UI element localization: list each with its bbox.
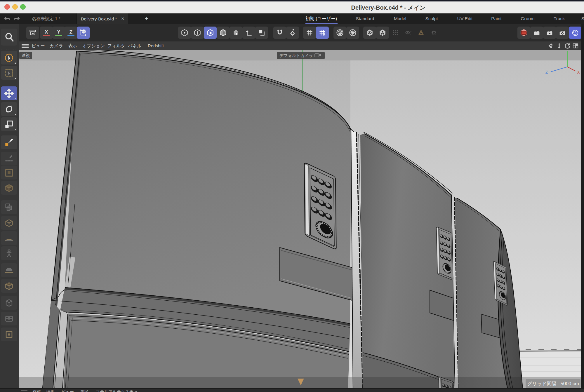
volume-mode-button[interactable] [217, 27, 230, 39]
points-mode-button[interactable] [178, 27, 191, 39]
toggle-grid-button[interactable] [303, 27, 316, 39]
render-settings-button[interactable] [346, 27, 359, 39]
doc-tab-untitled-label: 名称未設定 1 * [32, 16, 60, 22]
undo-icon[interactable] [4, 15, 12, 22]
layout-tab-default-user[interactable]: 初期 (ユーザー) [305, 13, 337, 24]
layout-tab-sculpt[interactable]: Sculpt [425, 13, 438, 24]
enable-snap-button[interactable] [273, 27, 286, 39]
lock-workplane-button[interactable] [316, 27, 329, 39]
titlebar: Delivery-Box.c4d * - メイン [0, 0, 584, 13]
axis-modification-mode-button[interactable] [242, 27, 255, 39]
rotate-tool[interactable] [1, 102, 17, 116]
menu-display[interactable]: 表示 [68, 41, 77, 50]
pan-view-icon[interactable] [548, 43, 555, 49]
render-settings-alt-button[interactable] [556, 27, 569, 39]
bottom-menu-view[interactable]: ビュー [61, 389, 74, 392]
menu-filter[interactable]: フィルタ [107, 41, 125, 50]
rectangle-selection-tool[interactable] [1, 66, 17, 80]
content-browser-button[interactable] [26, 27, 39, 39]
close-tab-icon[interactable]: ✕ [121, 16, 124, 21]
drawer-box-tool[interactable] [1, 312, 17, 325]
viewport-canvas[interactable]: 透視 デフォルトカメラ グリッド間隔 : 5000 cm Y Z X [19, 50, 581, 388]
z-axis-underline [67, 35, 74, 36]
layout-tab-paint[interactable]: Paint [491, 13, 501, 24]
texture-mode-button[interactable] [255, 27, 268, 39]
menu-options[interactable]: オプション [82, 41, 105, 50]
gift-box-tool[interactable] [1, 279, 17, 293]
zoom-window-button[interactable] [20, 4, 26, 10]
render-to-picture-viewer-button[interactable] [530, 27, 543, 39]
live-selection-tool[interactable] [1, 51, 17, 65]
bottom-hamburger-icon[interactable] [21, 391, 27, 392]
filter-settings-icon[interactable] [427, 27, 440, 39]
redo-icon[interactable] [13, 15, 21, 22]
view-label-badge[interactable]: 透視 [19, 52, 32, 59]
active-layout-underline [305, 23, 338, 24]
dolly-view-icon[interactable] [556, 43, 563, 49]
viewport-menu-bar: ビュー カメラ 表示 オプション フィルタ パネル Redshift [19, 41, 581, 50]
layout-tab-groom[interactable]: Groom [521, 13, 534, 24]
redshift-renderview-button[interactable] [569, 27, 582, 39]
joint-character-tool[interactable] [1, 246, 17, 260]
bottom-menu-edit[interactable]: 編集 [46, 389, 54, 392]
gizmo-z-label: Z [545, 70, 548, 74]
menu-view[interactable]: ビュー [32, 41, 45, 50]
cube-variant-tool[interactable] [1, 216, 17, 230]
doc-tab-delivery-box[interactable]: Delivery-Box.c4d * ✕ [77, 13, 129, 24]
lock-y-axis-button[interactable]: Y [52, 27, 65, 39]
model-mode-button[interactable] [230, 27, 242, 39]
view-label: 透視 [22, 53, 30, 58]
cube-outline-tool[interactable] [1, 296, 17, 310]
cube-stack-tool[interactable] [1, 200, 17, 214]
lock-z-axis-button[interactable]: Z [65, 27, 77, 39]
spline-pen-tool[interactable] [1, 135, 17, 149]
point-display-filter-icon[interactable] [389, 27, 402, 39]
annotation-filter-button[interactable] [376, 27, 389, 39]
edges-mode-button[interactable] [191, 27, 204, 39]
gizmo-x-label: X [577, 70, 580, 74]
viewport-hamburger-icon[interactable] [22, 44, 29, 45]
doc-tab-untitled[interactable]: 名称未設定 1 * [28, 13, 65, 24]
bottom-menu-select[interactable]: 選択 [80, 389, 88, 392]
tweak-tool[interactable] [1, 152, 17, 165]
render-queue-button[interactable] [543, 27, 556, 39]
window-top-edge [0, 0, 584, 1]
y-axis-label: Y [57, 29, 60, 34]
polygons-mode-button[interactable] [204, 27, 217, 39]
visibility-filter-button[interactable] [363, 27, 376, 39]
render-active-view-button[interactable] [517, 27, 530, 39]
flyout-indicator [15, 128, 16, 130]
layout-tab-model[interactable]: Model [394, 13, 406, 24]
bend-deformer-tool[interactable] [1, 231, 17, 245]
layout-tab-uv-edit[interactable]: UV Edit [457, 13, 473, 24]
isoline-display-filter-icon[interactable] [402, 27, 415, 39]
close-window-button[interactable] [4, 4, 10, 10]
ngon-display-filter-icon[interactable] [415, 27, 427, 39]
bottom-menu-material[interactable]: マテリアル [96, 389, 117, 392]
scale-tool[interactable] [1, 117, 17, 131]
layout-tab-standard[interactable]: Standard [356, 13, 374, 24]
world-coordinate-system-button[interactable] [77, 27, 90, 39]
menu-camera[interactable]: カメラ [50, 41, 63, 50]
minimize-window-button[interactable] [12, 4, 18, 10]
workplane-square-tool[interactable] [1, 327, 17, 341]
snap-settings-button[interactable] [286, 27, 299, 39]
bottom-menu-create[interactable]: 作成 [33, 389, 41, 392]
render-view-button[interactable] [333, 27, 346, 39]
cube-primitive-tool[interactable] [1, 181, 17, 195]
camera-label-badge[interactable]: デフォルトカメラ [277, 52, 325, 59]
layout-tab-clipped[interactable]: S [581, 13, 584, 24]
toggle-quad-view-icon[interactable] [572, 43, 579, 49]
lock-x-axis-button[interactable]: X [40, 27, 53, 39]
layout-tab-track[interactable]: Track [554, 13, 565, 24]
sculpt-sphere-tool[interactable] [1, 263, 17, 277]
menu-panel[interactable]: パネル [128, 41, 141, 50]
menu-redshift[interactable]: Redshift [148, 41, 164, 50]
add-tab-button[interactable]: + [142, 15, 151, 23]
move-tool[interactable] [1, 86, 17, 100]
bottom-menu-texture[interactable]: テクスチャ [117, 389, 138, 392]
window-title: Delivery-Box.c4d * - メイン [351, 4, 426, 12]
search-commander-button[interactable] [1, 29, 17, 46]
polygon-frame-tool[interactable] [1, 166, 17, 180]
orbit-view-icon[interactable] [564, 43, 571, 49]
